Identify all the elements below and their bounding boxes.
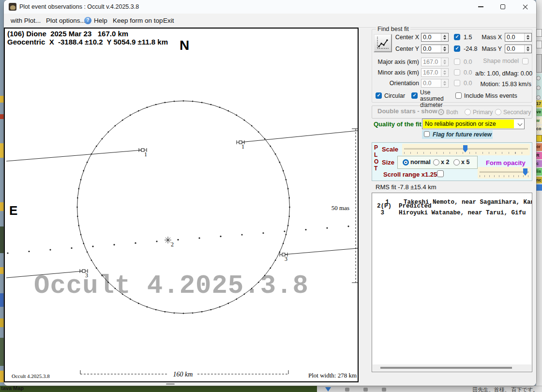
mass-y-spinner[interactable] — [524, 45, 531, 53]
close-button[interactable] — [514, 0, 536, 14]
scrollbar-thumb[interactable] — [380, 367, 512, 369]
menu-plot-options[interactable]: Plot options... — [46, 17, 86, 24]
chord1-left-label: 1 — [144, 151, 147, 158]
menu-help[interactable]: Help — [94, 17, 107, 24]
plot-title: (106) Dione 2025 Mar 23 167.0 km — [7, 30, 128, 38]
app-icon — [9, 3, 16, 11]
opacity-slider[interactable] — [478, 167, 531, 179]
circular-label: Circular — [384, 92, 405, 99]
shape-model-label: Shape model — [475, 58, 519, 64]
center-y-input[interactable]: 0.0 — [421, 45, 449, 53]
shape-model-checkbox — [522, 58, 528, 64]
scroll-range-checkbox[interactable] — [437, 170, 444, 177]
fragment-r: R — [536, 152, 542, 159]
quality-label: Quality of the fit — [374, 121, 422, 128]
opacity-slider-track[interactable] — [480, 171, 529, 173]
taskbar-icon — [363, 388, 368, 392]
fit-minor-value: 0.0 — [464, 69, 472, 76]
menu-with-plot[interactable]: with Plot... — [11, 17, 41, 24]
quality-combobox[interactable]: No reliable position or size — [422, 119, 525, 129]
titlebar[interactable]: Plot event observations : Occult v.4.202… — [4, 0, 536, 14]
chord1-right-label: 1 — [241, 143, 244, 150]
radio-both-label: Both — [446, 109, 458, 116]
circular-checkbox[interactable] — [376, 92, 382, 99]
maximize-button[interactable] — [492, 0, 514, 14]
minimize-icon — [478, 6, 483, 7]
plot-letter-o: O — [374, 158, 378, 165]
fragment-or: or — [536, 143, 542, 151]
menu-keep-on-top[interactable]: Keep form on top — [113, 17, 163, 24]
opacity-slider-thumb[interactable] — [523, 168, 527, 176]
quality-value: No reliable position or size — [423, 120, 514, 128]
fit-x-checkbox[interactable] — [454, 34, 460, 40]
scale-slider[interactable] — [402, 144, 530, 155]
observers-listbox[interactable]: 1 Takeshi Nemoto, near Sagamihara, Kanag… — [372, 193, 532, 372]
minimize-button[interactable] — [469, 0, 492, 14]
maximize-icon — [500, 4, 505, 9]
fit-orientation-checkbox — [454, 80, 460, 86]
km-scale-label: 160 km — [173, 371, 193, 378]
chord-1: 1 1 — [6, 131, 358, 161]
opacity-slider-ticks — [480, 175, 529, 177]
mass-x-label: Mass X — [475, 34, 502, 41]
double-stars-legend: Double stars - show — [377, 107, 437, 115]
size-normal-radio[interactable] — [403, 159, 409, 166]
size-x2-label: x 2 — [441, 159, 449, 166]
mass-y-input[interactable]: 0.0 — [505, 45, 532, 53]
major-axis-label: Major axis (km) — [372, 59, 419, 65]
observer-row-2[interactable]: 2(P) Predicted — [377, 203, 532, 210]
size-x5-label: x 5 — [461, 159, 469, 166]
background-japanese-text: 田先生、首様、 百下です。 — [472, 386, 538, 392]
background-window-right-sliver: 17 ve w co or R c lis nc — [536, 0, 542, 392]
chord2-label: 2 — [171, 241, 174, 248]
center-x-spinner[interactable] — [441, 33, 448, 41]
fit-major-checkbox — [454, 59, 460, 65]
mass-x-input[interactable]: 0.0 — [505, 33, 532, 42]
plot-footer-version: Occult 4.2025.3.8 — [12, 373, 50, 379]
help-icon[interactable] — [84, 17, 91, 24]
include-miss-label: Include Miss events — [464, 92, 517, 99]
size-x5-radio[interactable] — [453, 159, 460, 166]
occultation-plot[interactable]: (106) Dione 2025 Mar 23 167.0 km Geocent… — [4, 28, 359, 382]
fragment-nc: nc — [536, 177, 542, 183]
center-y-label: Center Y — [372, 45, 419, 52]
north-label: N — [180, 38, 189, 53]
close-icon — [522, 4, 528, 10]
center-y-spinner[interactable] — [441, 45, 448, 53]
radio-secondary — [495, 109, 501, 115]
desktop: { "window": { "title": "Plot event obser… — [0, 0, 542, 392]
center-x-label: Center X — [372, 34, 419, 41]
center-x-input[interactable]: 0.0 — [421, 33, 449, 42]
fit-y-checkbox[interactable] — [454, 45, 460, 52]
mass-y-label: Mass Y — [475, 45, 502, 52]
menu-exit[interactable]: Exit — [163, 17, 174, 24]
size-x2-radio[interactable] — [433, 159, 439, 166]
flag-review-wrap: Flag for future review — [422, 130, 493, 139]
rms-fit-label: RMS fit -7.8 ±15.4 km — [376, 183, 437, 191]
flag-review-checkbox[interactable] — [424, 131, 430, 137]
fragment-lis: lis — [536, 168, 542, 176]
fit-major-value: 0.0 — [464, 59, 472, 65]
scale-slider-thumb[interactable] — [463, 145, 467, 152]
size-label: Size — [382, 159, 394, 166]
radio-both — [438, 109, 444, 115]
mass-x-spinner[interactable] — [524, 33, 531, 41]
radio-primary — [465, 109, 471, 115]
fragment-w: w — [536, 117, 542, 124]
observer-row-3[interactable]: 3 Hiroyuki Watanabe, near Tarui, Gifu — [377, 210, 532, 216]
plot-width-label: Plot width: 278 km — [308, 372, 357, 379]
scale-label: Scale — [382, 146, 398, 153]
horizontal-scrollbar[interactable] — [373, 364, 531, 371]
taskbar-icon — [382, 388, 386, 392]
flag-review-label: Flag for future review — [433, 131, 492, 138]
include-miss-checkbox[interactable] — [455, 92, 462, 99]
window-drag-handle[interactable] — [166, 383, 175, 385]
size-normal-label: normal — [410, 159, 431, 166]
fit-orientation-value: 0.0 — [464, 80, 472, 87]
mas-scale-label: 50 mas — [331, 204, 349, 211]
taskbar-icon — [345, 388, 349, 392]
chord-2-predicted: 2 — [7, 226, 349, 254]
chevron-down-icon — [518, 121, 523, 126]
major-axis-input: 167.0 — [421, 58, 449, 66]
use-assumed-checkbox[interactable] — [411, 92, 418, 99]
